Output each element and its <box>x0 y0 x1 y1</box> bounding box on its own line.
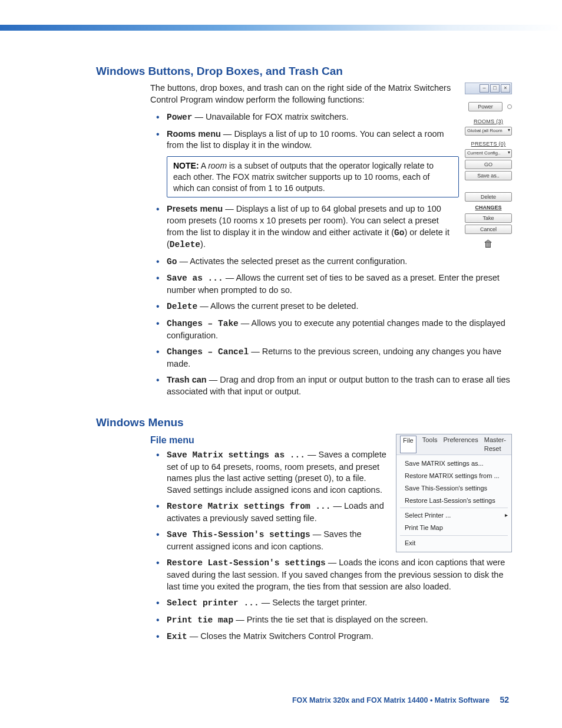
item-term: Exit <box>167 632 187 641</box>
item-term: Select printer ... <box>167 598 259 608</box>
list-item: Save as ... — Allows the current set of … <box>150 272 512 296</box>
list-item: Presets menu — Displays a list of up to … <box>150 203 512 251</box>
section-2-list: Save Matrix settings as ... — Saves a co… <box>150 449 512 643</box>
list-item: Select printer ... — Selects the target … <box>150 597 512 610</box>
item-term: Power <box>167 113 193 122</box>
item-desc: — Closes the Matrix Switchers Control Pr… <box>187 631 373 641</box>
list-item: Rooms menu — Displays a list of up to 10… <box>150 129 512 151</box>
section-heading-1: Windows Buttons, Drop Boxes, and Trash C… <box>96 65 512 78</box>
inline-code: Delete <box>170 240 200 249</box>
list-item: Power — Unavailable for FOX matrix switc… <box>150 111 512 124</box>
window-controls: – □ × <box>465 83 512 94</box>
list-item: Go — Activates the selected preset as th… <box>150 256 512 268</box>
list-item: Save This-Session's settings — Saves the… <box>150 529 512 552</box>
header-stripe <box>0 25 562 31</box>
section-1-intro: The buttons, drop boxes, and trash can o… <box>150 83 512 106</box>
item-term: Rooms menu <box>167 129 221 139</box>
item-desc: — Allows the current preset to be delete… <box>197 301 358 311</box>
maximize-icon[interactable]: □ <box>490 84 500 93</box>
section-1-list: Power — Unavailable for FOX matrix switc… <box>150 111 512 151</box>
item-term: Print tie map <box>167 615 233 625</box>
list-item: Trash can — Drag and drop from an input … <box>150 374 512 397</box>
list-item: Delete — Allows the current preset to be… <box>150 301 512 313</box>
item-term: Delete <box>167 302 197 311</box>
page-footer: FOX Matrix 320x and FOX Matrix 14400 • M… <box>292 695 509 704</box>
note-box: NOTE: A room is a subset of outputs that… <box>167 156 459 198</box>
item-term: Restore Last-Session's settings <box>167 558 326 568</box>
item-term: Changes – Take <box>167 319 239 328</box>
power-button[interactable]: Power <box>468 102 503 111</box>
item-term: Presets menu <box>167 204 223 213</box>
power-led-icon <box>507 104 512 109</box>
list-item: Save Matrix settings as ... — Saves a co… <box>150 449 512 496</box>
item-term: Save as ... <box>167 274 223 283</box>
document-page: Windows Buttons, Drop Boxes, and Trash C… <box>0 0 562 728</box>
note-text: A room is a subset of outputs that the o… <box>173 161 434 193</box>
item-desc: — Unavailable for FOX matrix switchers. <box>193 112 349 121</box>
list-item: Restore Matrix settings from ... — Loads… <box>150 500 512 524</box>
close-icon[interactable]: × <box>501 84 510 93</box>
item-term: Go <box>167 257 177 266</box>
item-desc: — Prints the tie set that is displayed o… <box>233 615 428 624</box>
go-button[interactable]: GO <box>465 160 512 169</box>
section-1-body: – □ × Power ROOMS (3) Global (all Room P… <box>150 83 512 402</box>
note-pre: A <box>201 161 208 170</box>
note-em: room <box>208 161 227 170</box>
delete-button[interactable]: Delete <box>465 192 512 202</box>
list-item: Restore Last-Session's settings — Loads … <box>150 557 512 592</box>
footer-text: FOX Matrix 320x and FOX Matrix 14400 • M… <box>292 696 490 704</box>
item-term: Trash can <box>167 375 207 384</box>
item-term: Changes – Cancel <box>167 347 249 357</box>
item-desc: — Selects the target printer. <box>259 598 368 607</box>
section-2-body: File Tools Preferences Master-Reset Save… <box>150 434 512 647</box>
list-item: Exit — Closes the Matrix Switchers Contr… <box>150 631 512 643</box>
item-term: Restore Matrix settings from ... <box>167 502 330 511</box>
item-term: Save This-Session's settings <box>167 530 310 539</box>
page-number: 52 <box>500 695 509 704</box>
section-1-list-cont: Presets menu — Displays a list of up to … <box>150 203 512 397</box>
minimize-icon[interactable]: – <box>480 84 489 93</box>
list-item: Print tie map — Prints the tie set that … <box>150 614 512 627</box>
section-heading-2: Windows Menus <box>96 416 512 429</box>
list-item: Changes – Cancel — Returns to the previo… <box>150 346 512 370</box>
note-label: NOTE: <box>173 161 199 170</box>
inline-code: Go <box>394 228 404 238</box>
save-as-button[interactable]: Save as.. <box>465 171 512 180</box>
item-desc: — Activates the selected preset as the c… <box>177 256 407 266</box>
item-term: Save Matrix settings as ... <box>167 450 305 460</box>
item-desc: ). <box>200 239 206 249</box>
page-content: Windows Buttons, Drop Boxes, and Trash C… <box>50 0 512 648</box>
list-item: Changes – Take — Allows you to execute a… <box>150 318 512 341</box>
item-desc: — Drag and drop from an input or output … <box>167 375 510 396</box>
